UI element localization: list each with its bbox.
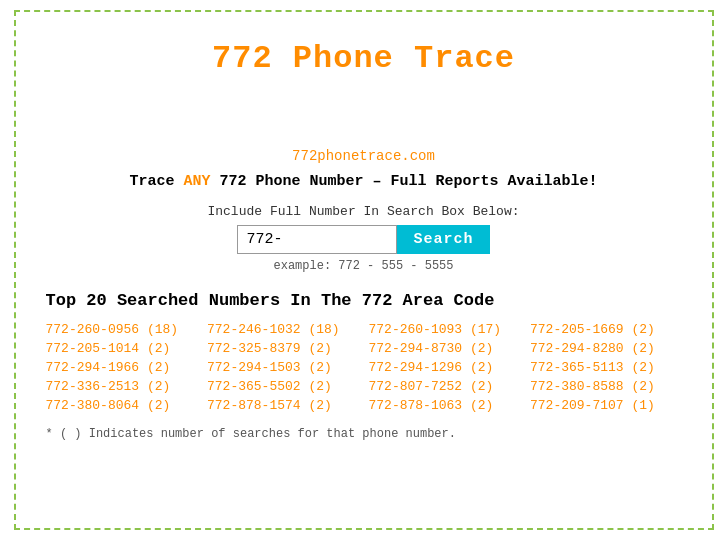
number-link[interactable]: 772-260-1093 (17) <box>369 322 521 337</box>
number-link[interactable]: 772-294-8280 (2) <box>530 341 682 356</box>
number-link[interactable]: 772-205-1014 (2) <box>46 341 198 356</box>
search-row: Search <box>46 225 682 254</box>
page-title: 772 Phone Trace <box>46 22 682 87</box>
number-link[interactable]: 772-205-1669 (2) <box>530 322 682 337</box>
site-link-container: 772phonetrace.com <box>46 147 682 165</box>
number-link[interactable]: 772-365-5502 (2) <box>207 379 359 394</box>
number-link[interactable]: 772-294-1503 (2) <box>207 360 359 375</box>
main-container: 772 Phone Trace 772phonetrace.com Trace … <box>14 10 714 530</box>
search-example: example: 772 - 555 - 5555 <box>46 259 682 273</box>
number-link[interactable]: 772-336-2513 (2) <box>46 379 198 394</box>
number-link[interactable]: 772-380-8588 (2) <box>530 379 682 394</box>
number-link[interactable]: 772-807-7252 (2) <box>369 379 521 394</box>
number-link[interactable]: 772-209-7107 (1) <box>530 398 682 413</box>
section-title: Top 20 Searched Numbers In The 772 Area … <box>46 291 682 310</box>
search-button[interactable]: Search <box>397 225 489 254</box>
number-link[interactable]: 772-260-0956 (18) <box>46 322 198 337</box>
footnote: * ( ) Indicates number of searches for t… <box>46 427 682 441</box>
number-link[interactable]: 772-878-1574 (2) <box>207 398 359 413</box>
number-link[interactable]: 772-365-5113 (2) <box>530 360 682 375</box>
number-link[interactable]: 772-246-1032 (18) <box>207 322 359 337</box>
search-label: Include Full Number In Search Box Below: <box>46 204 682 219</box>
number-link[interactable]: 772-325-8379 (2) <box>207 341 359 356</box>
tagline-suffix: 772 Phone Number – Full Reports Availabl… <box>210 173 597 190</box>
number-link[interactable]: 772-294-1966 (2) <box>46 360 198 375</box>
numbers-grid: 772-260-0956 (18)772-246-1032 (18)772-26… <box>46 322 682 413</box>
number-link[interactable]: 772-294-1296 (2) <box>369 360 521 375</box>
tagline: Trace ANY 772 Phone Number – Full Report… <box>46 173 682 190</box>
number-link[interactable]: 772-380-8064 (2) <box>46 398 198 413</box>
search-input[interactable] <box>237 225 397 254</box>
number-link[interactable]: 772-878-1063 (2) <box>369 398 521 413</box>
site-url-link[interactable]: 772phonetrace.com <box>292 148 435 164</box>
tagline-any: ANY <box>183 173 210 190</box>
tagline-prefix: Trace <box>129 173 183 190</box>
number-link[interactable]: 772-294-8730 (2) <box>369 341 521 356</box>
